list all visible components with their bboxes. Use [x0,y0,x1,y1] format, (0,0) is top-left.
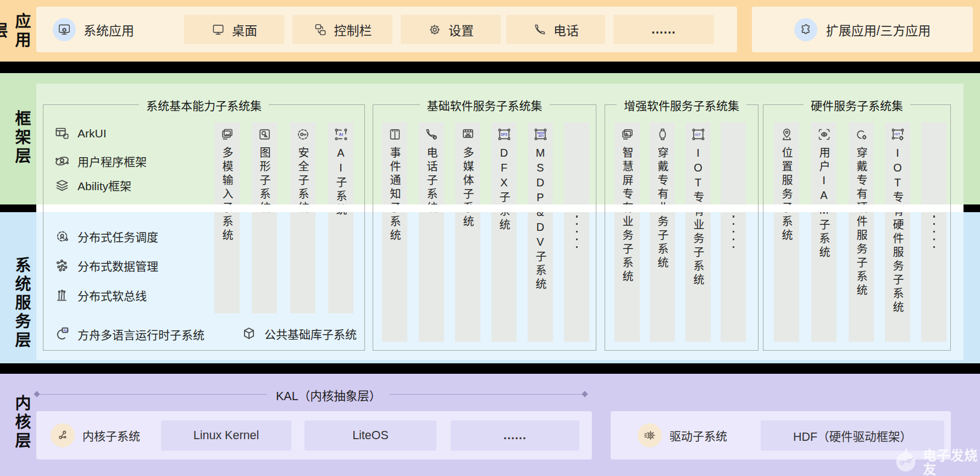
app-item-desktop: 桌面 [184,15,284,44]
subsystem-column-dfx: DFX DFX子系统 [491,122,517,342]
distributed-softbus-icon [54,287,70,303]
service-item-distributed-softbus: 分布式软总线 [54,287,147,303]
location-icon [779,127,794,142]
app-item-label: 控制栏 [334,20,372,39]
app-item-more: ...... [613,15,714,44]
driver-subsystem-item: 驱动子系统 [638,419,727,452]
iot-brackets-icon: IOT [691,127,706,142]
user-program-framework-icon [54,153,70,169]
subsystem-column-multimodal-input: 多模输入子系统 [214,122,240,313]
ai-badge: AI [339,132,343,137]
panel-divider-strip [36,204,964,212]
framework-item-label: Ability框架 [77,177,131,193]
telephony-icon [424,127,439,142]
smart-screen-icon [620,127,635,142]
subsystem-column-label: MSDP&DV子系统 [535,147,546,292]
service-item-ark-runtime: Aa 方舟多语言运行时子系统 [53,325,204,343]
subsystem-column-msdp-dv: MSDP &DV MSDP&DV子系统 [528,122,553,342]
subsystem-column-label: 穿戴专有硬件服务子系统 [856,147,867,298]
hdf-label: HDF（硬件驱动框架） [793,427,912,444]
subsystem-column-graphics: 图形子系统 [252,122,277,313]
framework-item-arkui: ArkUI [54,125,107,142]
service-item-label: 公共基础库子系统 [264,325,357,342]
service-item-label: 分布式数据管理 [77,257,158,274]
system-app-icon [57,23,71,37]
kernel-icon-badge [51,423,75,447]
watermark-title: 电子发烧友 [923,449,980,476]
subsystem-column-telephony: 电话子系统 [419,122,444,342]
dfx-brackets-icon: DFX [497,127,512,142]
security-key-icon [296,127,311,142]
subsystem-column-more [921,122,946,342]
subsystem-column-label: DFX子系统 [499,147,510,233]
distributed-task-icon [54,228,70,245]
app-item-label: 设置 [449,20,474,39]
ark-runtime-badge: Aa [63,328,68,332]
vertical-ellipsis-icon [576,208,578,254]
harmonyos-architecture-diagram: 应用层 框架层 系统服务层 内核层 系统应用 桌面 控制栏 [0,0,980,476]
subsystem-column-label: 智慧屏专有业务子系统 [622,147,633,284]
service-item-common-library: 公共基础库子系统 [241,325,357,342]
ark-runtime-icon: Aa [53,325,70,343]
framework-item-label: 用户程序框架 [77,153,147,169]
iot-badge: IOT [695,133,701,136]
extension-apps-label: 扩展应用/三方应用 [826,20,931,39]
driver-icon-badge [638,423,662,447]
kernel-item-label: ...... [503,429,527,442]
watermark: 电子发烧友 www.elecfans.com [895,445,980,476]
service-item-label: 分布式任务调度 [77,228,158,245]
wearable-icon [655,127,670,142]
kernel-molecule-icon [56,428,70,442]
subsystem-column-wearable: 穿戴专有业务子系统 [650,122,675,342]
puzzle-icon [799,23,813,37]
extension-apps-panel: 扩展应用/三方应用 [752,7,973,52]
subsystem-column-label: IOT专有硬件服务子系统 [892,147,903,315]
multimodal-input-icon [220,127,235,142]
subsystem-column-label: 多模输入子系统 [222,147,232,243]
app-layer-label: 应用层 [8,4,33,58]
driver-subsystem-label: 驱动子系统 [669,427,727,444]
graphics-icon [257,127,272,142]
subsystem-column-iot-hardware: IOT IOT专有硬件服务子系统 [885,122,910,342]
iot-badge: IOT [894,132,900,136]
app-item-label: 电话 [553,20,579,39]
msdp-dv-brackets-icon: MSDP &DV [533,127,548,142]
subsystem-column-label: 多媒体子系统 [462,147,473,229]
extension-icon-badge [794,18,817,41]
app-item-label: ...... [651,22,676,37]
subsystem-column-security: 安全子系统 [290,122,315,313]
subsystem-column-label: 事件通知子系统 [389,147,400,243]
subsystem-column-multimedia: 多媒体子系统 [455,122,480,342]
framework-item-ability-framework: Ability框架 [54,177,131,193]
kernel-item-liteos: LiteOS [304,420,436,451]
subsystem-column-wearable-hardware: 穿戴专有硬件服务子系统 [849,122,874,342]
subsystem-column-label: 用户IAM子系统 [818,147,829,260]
framework-layer-label: 框架层 [8,108,33,168]
kal-label: KAL（内核抽象层） [267,386,390,403]
iot-gear-brackets-icon: IOT [890,127,905,142]
driver-gear-icon [643,428,657,442]
subsystem-column-iot-business: IOT IOT专有业务子系统 [685,122,711,342]
system-app-label: 系统应用 [84,20,134,39]
subsystem-column-ai: AI AI子系统 [328,122,353,313]
event-notification-icon [387,127,402,142]
elecfans-logo-icon [895,445,918,475]
ai-brackets-icon: AI [334,127,348,142]
app-item-phone: 电话 [506,15,605,44]
service-layer-label: 系统服务层 [8,248,33,358]
kernel-subsystem-item: 内核子系统 [51,419,140,452]
distributed-data-icon [54,257,70,274]
vertical-ellipsis-icon [933,208,935,254]
common-library-cube-icon [241,325,257,342]
msdp-badge-line1: MSDP [537,132,545,135]
settings-gear-icon [428,23,442,37]
service-item-label: 分布式软总线 [77,287,147,303]
kernel-item-label: LiteOS [352,429,389,442]
desktop-icon [211,23,225,37]
subsystem-column-smart-screen: 智慧屏专有业务子系统 [614,122,640,342]
kernel-item-linux: Linux Kernel [161,420,291,451]
app-item-label: 桌面 [232,20,257,39]
app-item-settings: 设置 [401,15,501,44]
subsystem-column-user-iam: 用户IAM子系统 [811,122,837,342]
arkui-icon [54,125,70,142]
